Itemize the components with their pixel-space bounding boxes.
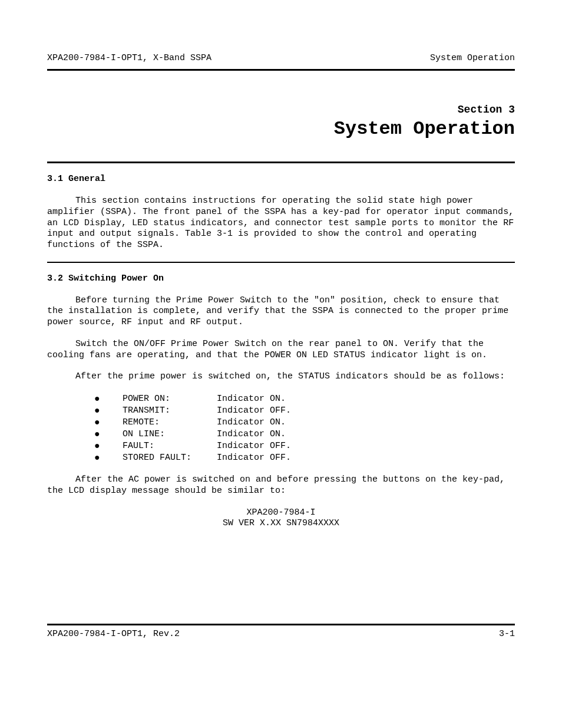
page-header: XPA200-7984-I-OPT1, X-Band SSPA System O… — [47, 53, 515, 64]
header-right: System Operation — [430, 53, 515, 64]
indicator-label: FAULT: — [123, 441, 217, 452]
para-3-2-3: After the prime power is switched on, th… — [47, 371, 515, 383]
bullet-icon: ● — [94, 452, 123, 464]
list-item: ● REMOTE: Indicator ON. — [94, 417, 515, 429]
lcd-line-1: XPA200-7984-I — [47, 508, 515, 519]
section-rule — [47, 262, 515, 263]
list-item: ● STORED FAULT: Indicator OFF. — [94, 452, 515, 464]
page-footer: XPA200-7984-I-OPT1, Rev.2 3-1 — [47, 624, 515, 640]
indicator-value: Indicator ON. — [217, 394, 286, 405]
indicator-list: ● POWER ON: Indicator ON. ● TRANSMIT: In… — [47, 393, 515, 464]
title-rule — [47, 162, 515, 163]
indicator-value: Indicator ON. — [217, 417, 286, 429]
list-item: ● FAULT: Indicator OFF. — [94, 440, 515, 452]
bullet-icon: ● — [94, 440, 123, 452]
footer-page-number: 3-1 — [499, 629, 515, 640]
header-left: XPA200-7984-I-OPT1, X-Band SSPA — [47, 53, 211, 64]
indicator-label: ON LINE: — [123, 429, 217, 440]
indicator-value: Indicator OFF. — [217, 441, 291, 452]
para-3-2-2: Switch the ON/OFF Prime Power Switch on … — [47, 339, 515, 361]
indicator-label: STORED FAULT: — [123, 453, 217, 464]
section-title: System Operation — [47, 117, 515, 141]
bullet-icon: ● — [94, 405, 123, 417]
indicator-value: Indicator OFF. — [217, 453, 291, 464]
footer-rule — [47, 624, 515, 625]
indicator-label: TRANSMIT: — [123, 406, 217, 417]
list-item: ● ON LINE: Indicator ON. — [94, 429, 515, 440]
section-label: Section 3 — [47, 103, 515, 117]
para-3-1-1: This section contains instructions for o… — [47, 196, 515, 251]
footer-left: XPA200-7984-I-OPT1, Rev.2 — [47, 629, 180, 640]
indicator-label: POWER ON: — [123, 394, 217, 405]
list-item: ● POWER ON: Indicator ON. — [94, 393, 515, 405]
bullet-icon: ● — [94, 417, 123, 429]
para-3-2-4: After the AC power is switched on and be… — [47, 475, 515, 497]
list-item: ● TRANSMIT: Indicator OFF. — [94, 405, 515, 417]
lcd-display-sample: XPA200-7984-I SW VER X.XX SN7984XXXX — [47, 508, 515, 530]
indicator-value: Indicator ON. — [217, 429, 286, 440]
lcd-line-2: SW VER X.XX SN7984XXXX — [47, 518, 515, 529]
subheading-3-1: 3.1 General — [47, 174, 515, 185]
bullet-icon: ● — [94, 429, 123, 440]
bullet-icon: ● — [94, 393, 123, 405]
indicator-value: Indicator OFF. — [217, 406, 291, 417]
indicator-label: REMOTE: — [123, 417, 217, 429]
subheading-3-2: 3.2 Switching Power On — [47, 274, 515, 285]
header-rule — [47, 69, 515, 71]
para-3-2-1: Before turning the Prime Power Switch to… — [47, 295, 515, 328]
